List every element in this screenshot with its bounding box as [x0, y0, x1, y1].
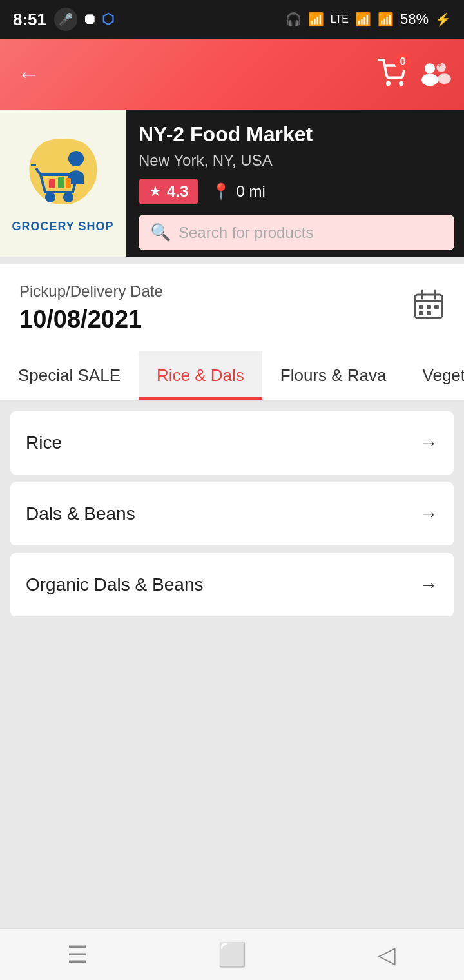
tab-vegetables[interactable]: Vegetables — [405, 351, 464, 400]
svg-point-2 — [425, 63, 435, 74]
svg-point-5 — [438, 74, 451, 84]
categories-list: Rice → Dals & Beans → Organic Dals & Bea… — [0, 401, 464, 627]
header-actions: 0 $ — [378, 58, 451, 90]
lte-icon: LTE — [331, 14, 349, 25]
user-group-button[interactable]: $ — [419, 58, 451, 90]
cart-count: 0 — [400, 56, 406, 68]
date-section: Pickup/Delivery Date 10/08/2021 — [0, 264, 464, 351]
store-meta: ★ 4.3 📍 0 mi — [139, 179, 454, 204]
user-group-icon: $ — [419, 61, 451, 87]
store-logo-label: GROCERY SHOP — [12, 220, 113, 233]
arrow-icon-dals-beans: → — [419, 503, 438, 525]
location-pin-icon: 📍 — [211, 182, 231, 201]
svg-rect-22 — [419, 311, 423, 315]
rating-value: 4.3 — [167, 182, 188, 201]
store-logo — [18, 133, 108, 217]
nav-home-button[interactable]: ⬜ — [213, 936, 251, 974]
wifi-icon: 📶 — [308, 12, 324, 27]
calendar-icon — [412, 288, 445, 320]
date-content: Pickup/Delivery Date 10/08/2021 — [19, 282, 163, 333]
category-name-rice: Rice — [26, 433, 62, 453]
svg-text:$: $ — [437, 61, 441, 68]
bottom-nav: ☰ ⬜ ◁ — [0, 928, 464, 980]
store-details: NY-2 Food Market New York, NY, USA ★ 4.3… — [126, 110, 464, 257]
status-left-icons: 🎤 ⏺ ⬡ — [54, 8, 114, 31]
star-icon: ★ — [149, 183, 162, 200]
store-info-section: GROCERY SHOP NY-2 Food Market New York, … — [0, 110, 464, 257]
bottom-spacer — [0, 627, 464, 678]
date-label: Pickup/Delivery Date — [19, 282, 163, 300]
store-logo-container: GROCERY SHOP — [0, 110, 126, 257]
cart-button[interactable]: 0 — [378, 59, 406, 90]
svg-point-3 — [421, 74, 438, 86]
search-placeholder-text: Search for products — [179, 224, 313, 242]
category-item-dals-beans[interactable]: Dals & Beans → — [10, 482, 454, 545]
store-location: New York, NY, USA — [139, 152, 454, 170]
menu-icon: ☰ — [67, 941, 88, 968]
category-item-rice[interactable]: Rice → — [10, 411, 454, 475]
battery-display: 58% — [400, 11, 429, 28]
tab-flours-rava[interactable]: Flours & Rava — [262, 351, 405, 400]
category-name-organic-dals-beans: Organic Dals & Beans — [26, 574, 203, 595]
tab-rice-dals[interactable]: Rice & Dals — [139, 351, 262, 400]
back-nav-icon: ◁ — [378, 941, 396, 968]
svg-point-1 — [400, 83, 403, 85]
arrow-icon-organic-dals-beans: → — [419, 574, 438, 596]
signal2-icon: 📶 — [378, 12, 394, 27]
status-time-section: 8:51 🎤 ⏺ ⬡ — [13, 8, 114, 31]
date-value: 10/08/2021 — [19, 306, 163, 333]
back-button[interactable]: ← — [13, 58, 45, 90]
svg-rect-21 — [434, 305, 439, 309]
svg-rect-19 — [419, 305, 423, 309]
tab-special-sale[interactable]: Special SALE — [0, 351, 139, 400]
cart-count-badge: 0 — [394, 54, 411, 70]
nav-menu-button[interactable]: ☰ — [58, 936, 97, 974]
distance-value: 0 mi — [236, 182, 265, 201]
store-name: NY-2 Food Market — [139, 122, 454, 146]
status-bar: 8:51 🎤 ⏺ ⬡ 🎧 📶 LTE 📶 📶 58% ⚡ — [0, 0, 464, 39]
back-arrow-icon: ← — [17, 61, 41, 88]
category-tabs: Special SALE Rice & Dals Flours & Rava V… — [0, 351, 464, 401]
svg-rect-20 — [427, 305, 431, 309]
product-search-bar[interactable]: 🔍 Search for products — [139, 215, 454, 250]
svg-rect-12 — [49, 179, 55, 188]
app-header: ← 0 $ — [0, 39, 464, 110]
svg-point-11 — [68, 151, 84, 166]
svg-point-8 — [64, 193, 73, 202]
store-logo-svg — [18, 133, 108, 217]
svg-point-0 — [387, 83, 390, 85]
bluetooth-icon: ⬡ — [102, 11, 114, 28]
record-icon: ⏺ — [82, 11, 97, 28]
distance-container: 📍 0 mi — [211, 182, 265, 201]
status-right-icons: 🎧 📶 LTE 📶 📶 58% ⚡ — [285, 11, 451, 28]
arrow-icon-rice: → — [419, 432, 438, 454]
search-icon: 🔍 — [150, 222, 171, 242]
category-item-organic-dals-beans[interactable]: Organic Dals & Beans → — [10, 553, 454, 616]
mic-icon: 🎤 — [54, 8, 77, 31]
svg-point-7 — [46, 193, 55, 202]
category-name-dals-beans: Dals & Beans — [26, 504, 135, 524]
calendar-button[interactable] — [412, 288, 445, 328]
charging-icon: ⚡ — [435, 12, 451, 27]
home-icon: ⬜ — [218, 941, 247, 968]
svg-rect-13 — [58, 177, 64, 188]
svg-rect-14 — [66, 178, 71, 188]
svg-rect-23 — [427, 311, 431, 315]
time-display: 8:51 — [13, 10, 46, 30]
signal-icon: 📶 — [355, 12, 371, 27]
rating-badge: ★ 4.3 — [139, 179, 198, 204]
nav-back-button[interactable]: ◁ — [367, 936, 406, 974]
headphone-icon: 🎧 — [285, 12, 302, 27]
